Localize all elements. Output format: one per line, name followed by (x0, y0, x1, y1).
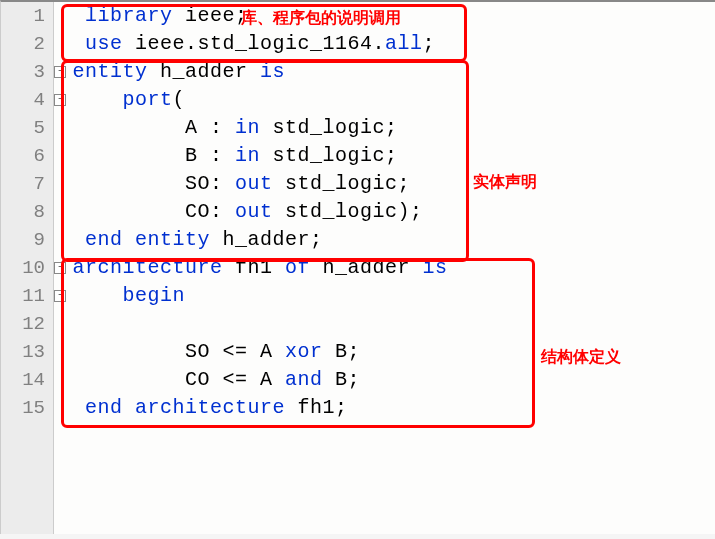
code-line: 14 CO <= A and B; (1, 366, 715, 394)
code-line: 8 CO: out std_logic); (1, 198, 715, 226)
code-content[interactable]: A : in std_logic; (54, 114, 398, 142)
annotation-label: 库、程序包的说明调用 (241, 8, 401, 29)
fold-marker[interactable]: - (54, 262, 66, 274)
code-line: 3 entity h_adder is (1, 58, 715, 86)
line-number: 4 (1, 86, 54, 114)
code-content[interactable]: architecture fh1 of h_adder is (54, 254, 448, 282)
line-number: 11 (1, 282, 54, 310)
code-content[interactable] (54, 310, 85, 338)
annotation-label: 结构体定义 (541, 347, 621, 368)
line-number: 8 (1, 198, 54, 226)
code-line: 7 SO: out std_logic; (1, 170, 715, 198)
code-line: 5 A : in std_logic; (1, 114, 715, 142)
code-line: 12 (1, 310, 715, 338)
line-number: 10 (1, 254, 54, 282)
fold-marker[interactable]: - (54, 66, 66, 78)
code-content[interactable]: begin (54, 282, 185, 310)
code-content[interactable]: CO <= A and B; (54, 366, 360, 394)
code-content[interactable]: library ieee; (54, 2, 248, 30)
line-number: 2 (1, 30, 54, 58)
line-number: 5 (1, 114, 54, 142)
code-content[interactable]: SO <= A xor B; (54, 338, 360, 366)
line-number: 9 (1, 226, 54, 254)
code-line: 15 end architecture fh1; (1, 394, 715, 422)
line-number: 15 (1, 394, 54, 422)
code-line: 11 begin (1, 282, 715, 310)
line-number: 3 (1, 58, 54, 86)
line-number: 13 (1, 338, 54, 366)
code-content[interactable]: port( (54, 86, 185, 114)
code-line: 6 B : in std_logic; (1, 142, 715, 170)
code-content[interactable]: entity h_adder is (54, 58, 285, 86)
line-number: 7 (1, 170, 54, 198)
code-content[interactable]: B : in std_logic; (54, 142, 398, 170)
code-editor: 1 library ieee;2 use ieee.std_logic_1164… (0, 0, 715, 534)
line-number: 14 (1, 366, 54, 394)
line-number: 6 (1, 142, 54, 170)
code-line: 2 use ieee.std_logic_1164.all; (1, 30, 715, 58)
annotation-label: 实体声明 (473, 172, 537, 193)
line-number: 1 (1, 2, 54, 30)
code-content[interactable]: CO: out std_logic); (54, 198, 423, 226)
code-line: 9 end entity h_adder; (1, 226, 715, 254)
code-content[interactable]: SO: out std_logic; (54, 170, 410, 198)
code-line: 10 architecture fh1 of h_adder is (1, 254, 715, 282)
code-content[interactable]: use ieee.std_logic_1164.all; (54, 30, 435, 58)
code-line: 4 port( (1, 86, 715, 114)
line-number: 12 (1, 310, 54, 338)
code-content[interactable]: end architecture fh1; (54, 394, 348, 422)
code-content[interactable]: end entity h_adder; (54, 226, 323, 254)
fold-marker[interactable]: - (54, 94, 66, 106)
fold-marker[interactable]: - (54, 290, 66, 302)
